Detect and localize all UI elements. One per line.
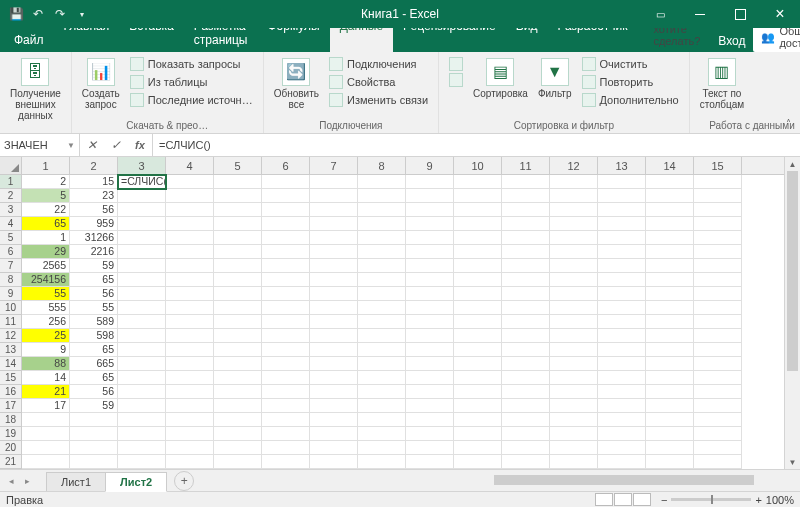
cell[interactable]: [598, 357, 646, 371]
cell[interactable]: [310, 259, 358, 273]
cell[interactable]: [598, 217, 646, 231]
cell[interactable]: [310, 343, 358, 357]
cell[interactable]: [214, 287, 262, 301]
cell[interactable]: [598, 259, 646, 273]
cell[interactable]: [70, 455, 118, 469]
cell[interactable]: [262, 175, 310, 189]
cell[interactable]: [166, 259, 214, 273]
cell[interactable]: 598: [70, 329, 118, 343]
cell[interactable]: 59: [70, 399, 118, 413]
scrollbar-thumb[interactable]: [494, 475, 754, 485]
cell[interactable]: [118, 273, 166, 287]
cell[interactable]: [262, 231, 310, 245]
cell[interactable]: [310, 413, 358, 427]
sort-desc-button[interactable]: [447, 72, 465, 88]
cell[interactable]: =СЛЧИС(): [118, 175, 166, 189]
cell[interactable]: [598, 427, 646, 441]
select-all-corner[interactable]: [0, 157, 22, 174]
cell[interactable]: [166, 399, 214, 413]
cell[interactable]: [598, 329, 646, 343]
from-table-button[interactable]: Из таблицы: [128, 74, 255, 90]
cell[interactable]: [166, 427, 214, 441]
row-header[interactable]: 13: [0, 343, 21, 357]
cell[interactable]: [358, 301, 406, 315]
cell[interactable]: [406, 441, 454, 455]
column-header[interactable]: 10: [454, 157, 502, 174]
scroll-down-icon[interactable]: ▼: [785, 455, 800, 469]
cell[interactable]: [358, 441, 406, 455]
view-pagebreak-button[interactable]: [633, 493, 651, 506]
cell[interactable]: [310, 189, 358, 203]
column-header[interactable]: 7: [310, 157, 358, 174]
cell[interactable]: [166, 287, 214, 301]
row-header[interactable]: 14: [0, 357, 21, 371]
cell[interactable]: [550, 413, 598, 427]
cell[interactable]: [166, 231, 214, 245]
scroll-up-icon[interactable]: ▲: [785, 157, 800, 171]
tab-file[interactable]: Файл: [4, 29, 54, 52]
save-icon[interactable]: 💾: [8, 6, 24, 22]
zoom-out-icon[interactable]: −: [661, 494, 667, 506]
cell[interactable]: [166, 329, 214, 343]
cell[interactable]: [358, 273, 406, 287]
cell[interactable]: [406, 175, 454, 189]
cell[interactable]: [358, 329, 406, 343]
cell[interactable]: [550, 329, 598, 343]
sign-in-link[interactable]: Вход: [710, 30, 753, 52]
cell[interactable]: [214, 427, 262, 441]
cell[interactable]: [310, 273, 358, 287]
cell[interactable]: [310, 245, 358, 259]
cell[interactable]: [598, 343, 646, 357]
cell[interactable]: [406, 203, 454, 217]
cell[interactable]: [118, 217, 166, 231]
cell[interactable]: [502, 203, 550, 217]
cell[interactable]: [166, 301, 214, 315]
cell[interactable]: [118, 287, 166, 301]
cell[interactable]: [310, 399, 358, 413]
cell[interactable]: [550, 175, 598, 189]
cell[interactable]: 22: [22, 203, 70, 217]
cell[interactable]: 25: [22, 329, 70, 343]
cell[interactable]: [454, 455, 502, 469]
cell[interactable]: [262, 329, 310, 343]
cell[interactable]: [118, 301, 166, 315]
chevron-down-icon[interactable]: ▼: [67, 141, 75, 150]
cell[interactable]: 56: [70, 385, 118, 399]
cell[interactable]: [166, 315, 214, 329]
cell[interactable]: [214, 399, 262, 413]
cell[interactable]: [406, 385, 454, 399]
cell[interactable]: [118, 357, 166, 371]
cell[interactable]: [646, 287, 694, 301]
cell[interactable]: [598, 245, 646, 259]
cell[interactable]: 21: [22, 385, 70, 399]
sheet-tab[interactable]: Лист2: [105, 472, 167, 492]
cell[interactable]: [166, 343, 214, 357]
column-header[interactable]: 2: [70, 157, 118, 174]
column-header[interactable]: 9: [406, 157, 454, 174]
cell[interactable]: [214, 343, 262, 357]
cell[interactable]: [550, 385, 598, 399]
column-header[interactable]: 14: [646, 157, 694, 174]
cell[interactable]: [646, 189, 694, 203]
cell[interactable]: [262, 203, 310, 217]
cell[interactable]: [598, 455, 646, 469]
cell[interactable]: [166, 245, 214, 259]
cell[interactable]: [646, 343, 694, 357]
cell[interactable]: 65: [70, 273, 118, 287]
cell[interactable]: [262, 357, 310, 371]
minimize-button[interactable]: [680, 0, 720, 28]
cell[interactable]: [214, 245, 262, 259]
cell[interactable]: 55: [22, 287, 70, 301]
row-header[interactable]: 8: [0, 273, 21, 287]
row-header[interactable]: 9: [0, 287, 21, 301]
cell[interactable]: [550, 203, 598, 217]
cell[interactable]: [118, 315, 166, 329]
cell[interactable]: [550, 371, 598, 385]
cell[interactable]: [166, 385, 214, 399]
refresh-all-button[interactable]: 🔄Обновить все: [272, 56, 321, 112]
cell[interactable]: 2: [22, 175, 70, 189]
sort-asc-button[interactable]: [447, 56, 465, 72]
cell[interactable]: [310, 385, 358, 399]
cell[interactable]: [166, 357, 214, 371]
cell[interactable]: 2216: [70, 245, 118, 259]
